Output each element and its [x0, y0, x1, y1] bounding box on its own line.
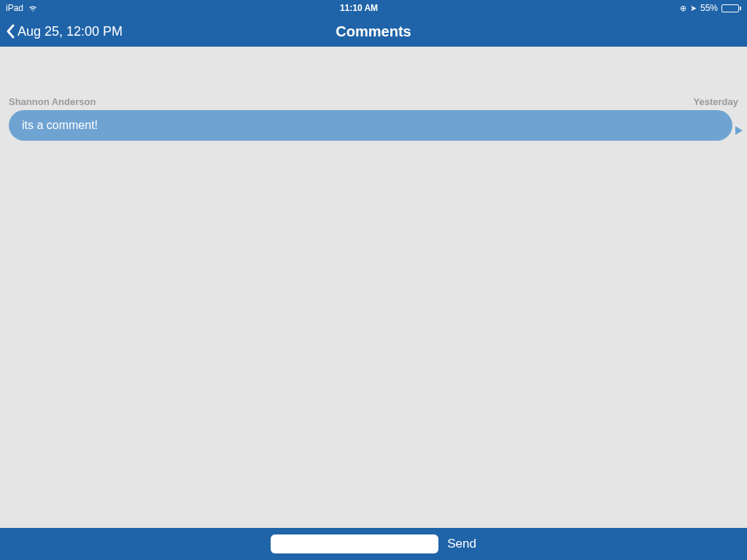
page-title: Comments: [336, 23, 411, 40]
back-label: Aug 25, 12:00 PM: [18, 24, 123, 39]
back-button[interactable]: Aug 25, 12:00 PM: [6, 24, 123, 39]
comment-meta: Shannon Anderson Yesterday: [0, 96, 747, 110]
chevron-left-icon: [6, 24, 15, 39]
comment-input[interactable]: [271, 534, 438, 553]
nav-bar: Aug 25, 12:00 PM Comments: [0, 16, 747, 47]
status-left: iPad: [6, 3, 38, 13]
status-time: 11:10 AM: [340, 3, 378, 13]
battery-icon: [721, 4, 741, 12]
input-bar: Send: [0, 528, 747, 560]
battery-percent: 55%: [700, 3, 718, 13]
comment-item: its a comment!: [0, 110, 747, 141]
device-label: iPad: [6, 3, 23, 13]
send-button[interactable]: Send: [447, 537, 476, 551]
status-bar: iPad 11:10 AM ⊕ ➤ 55%: [0, 0, 747, 16]
comment-time: Yesterday: [694, 96, 738, 107]
location-icon: ➤: [690, 4, 697, 13]
bubble-tail-icon: [735, 126, 743, 135]
orientation-lock-icon: ⊕: [680, 4, 686, 13]
status-right: ⊕ ➤ 55%: [680, 3, 741, 13]
comment-author: Shannon Anderson: [9, 96, 96, 107]
comment-text: its a comment!: [22, 119, 98, 131]
comment-bubble: its a comment!: [9, 110, 732, 141]
comments-list: Shannon Anderson Yesterday its a comment…: [0, 47, 747, 528]
wifi-icon: [28, 4, 38, 12]
